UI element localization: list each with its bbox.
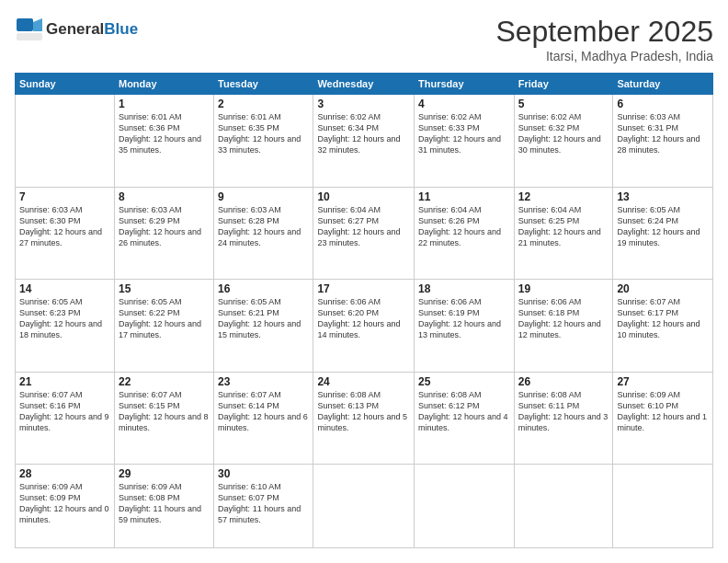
calendar-cell: 5Sunrise: 6:02 AM Sunset: 6:32 PM Daylig… (514, 95, 613, 188)
day-number: 10 (317, 190, 410, 203)
calendar-cell (514, 465, 613, 548)
day-number: 21 (19, 375, 110, 388)
day-number: 25 (418, 375, 510, 388)
day-info: Sunrise: 6:07 AM Sunset: 6:15 PM Dayligh… (119, 389, 210, 434)
day-number: 13 (617, 190, 709, 203)
calendar-cell: 17Sunrise: 6:06 AM Sunset: 6:20 PM Dayli… (313, 280, 415, 373)
title-section: September 2025 Itarsi, Madhya Pradesh, I… (495, 15, 713, 63)
logo-icon (15, 15, 44, 44)
day-info: Sunrise: 6:09 AM Sunset: 6:10 PM Dayligh… (617, 389, 709, 434)
svg-rect-2 (17, 33, 42, 40)
week-row-5: 28Sunrise: 6:09 AM Sunset: 6:09 PM Dayli… (16, 465, 713, 548)
day-number: 28 (19, 467, 110, 480)
day-info: Sunrise: 6:10 AM Sunset: 6:07 PM Dayligh… (218, 481, 309, 526)
calendar-cell: 15Sunrise: 6:05 AM Sunset: 6:22 PM Dayli… (114, 280, 213, 373)
svg-rect-0 (17, 18, 33, 31)
day-number: 23 (218, 375, 309, 388)
day-info: Sunrise: 6:06 AM Sunset: 6:18 PM Dayligh… (518, 296, 609, 341)
day-number: 2 (218, 98, 309, 110)
column-header-tuesday: Tuesday (214, 74, 313, 95)
calendar-cell: 13Sunrise: 6:05 AM Sunset: 6:24 PM Dayli… (613, 187, 713, 280)
calendar-cell: 10Sunrise: 6:04 AM Sunset: 6:27 PM Dayli… (313, 187, 415, 280)
day-info: Sunrise: 6:01 AM Sunset: 6:35 PM Dayligh… (218, 111, 309, 156)
logo-general: General (46, 20, 104, 38)
calendar-cell: 30Sunrise: 6:10 AM Sunset: 6:07 PM Dayli… (214, 465, 313, 548)
week-row-2: 7Sunrise: 6:03 AM Sunset: 6:30 PM Daylig… (16, 187, 713, 280)
location: Itarsi, Madhya Pradesh, India (495, 49, 713, 63)
calendar-cell (313, 465, 415, 548)
day-number: 15 (119, 282, 210, 295)
day-info: Sunrise: 6:05 AM Sunset: 6:23 PM Dayligh… (19, 296, 110, 341)
day-number: 1 (119, 98, 210, 110)
calendar-cell (16, 95, 115, 188)
calendar-cell: 24Sunrise: 6:08 AM Sunset: 6:13 PM Dayli… (313, 372, 415, 465)
calendar-cell: 12Sunrise: 6:04 AM Sunset: 6:25 PM Dayli… (514, 187, 613, 280)
day-number: 11 (418, 190, 510, 203)
day-info: Sunrise: 6:04 AM Sunset: 6:25 PM Dayligh… (518, 204, 609, 249)
day-number: 9 (218, 190, 309, 203)
calendar-cell: 1Sunrise: 6:01 AM Sunset: 6:36 PM Daylig… (114, 95, 213, 188)
week-row-4: 21Sunrise: 6:07 AM Sunset: 6:16 PM Dayli… (16, 372, 713, 465)
calendar-cell: 21Sunrise: 6:07 AM Sunset: 6:16 PM Dayli… (16, 372, 115, 465)
day-info: Sunrise: 6:02 AM Sunset: 6:32 PM Dayligh… (518, 111, 609, 156)
calendar-cell: 18Sunrise: 6:06 AM Sunset: 6:19 PM Dayli… (415, 280, 515, 373)
calendar-cell: 26Sunrise: 6:08 AM Sunset: 6:11 PM Dayli… (514, 372, 613, 465)
day-info: Sunrise: 6:08 AM Sunset: 6:12 PM Dayligh… (418, 389, 510, 434)
day-number: 6 (617, 98, 709, 110)
day-info: Sunrise: 6:02 AM Sunset: 6:34 PM Dayligh… (317, 111, 410, 156)
calendar-cell: 19Sunrise: 6:06 AM Sunset: 6:18 PM Dayli… (514, 280, 613, 373)
day-number: 16 (218, 282, 309, 295)
day-info: Sunrise: 6:05 AM Sunset: 6:24 PM Dayligh… (617, 204, 709, 249)
day-number: 14 (19, 282, 110, 295)
day-info: Sunrise: 6:09 AM Sunset: 6:08 PM Dayligh… (119, 481, 210, 526)
day-number: 4 (418, 98, 510, 110)
calendar-cell: 22Sunrise: 6:07 AM Sunset: 6:15 PM Dayli… (114, 372, 213, 465)
day-info: Sunrise: 6:03 AM Sunset: 6:31 PM Dayligh… (617, 111, 709, 156)
day-number: 22 (119, 375, 210, 388)
calendar-cell: 3Sunrise: 6:02 AM Sunset: 6:34 PM Daylig… (313, 95, 415, 188)
calendar-cell: 6Sunrise: 6:03 AM Sunset: 6:31 PM Daylig… (613, 95, 713, 188)
day-info: Sunrise: 6:05 AM Sunset: 6:22 PM Dayligh… (119, 296, 210, 341)
calendar-cell: 9Sunrise: 6:03 AM Sunset: 6:28 PM Daylig… (214, 187, 313, 280)
logo: GeneralBlue (15, 15, 138, 44)
calendar-cell: 27Sunrise: 6:09 AM Sunset: 6:10 PM Dayli… (613, 372, 713, 465)
day-number: 7 (19, 190, 110, 203)
calendar-cell: 2Sunrise: 6:01 AM Sunset: 6:35 PM Daylig… (214, 95, 313, 188)
day-info: Sunrise: 6:06 AM Sunset: 6:20 PM Dayligh… (317, 296, 410, 341)
column-header-sunday: Sunday (16, 74, 115, 95)
week-row-1: 1Sunrise: 6:01 AM Sunset: 6:36 PM Daylig… (16, 95, 713, 188)
day-number: 29 (119, 467, 210, 480)
day-info: Sunrise: 6:06 AM Sunset: 6:19 PM Dayligh… (418, 296, 510, 341)
day-number: 12 (518, 190, 609, 203)
week-row-3: 14Sunrise: 6:05 AM Sunset: 6:23 PM Dayli… (16, 280, 713, 373)
calendar-cell: 25Sunrise: 6:08 AM Sunset: 6:12 PM Dayli… (415, 372, 515, 465)
day-number: 24 (317, 375, 410, 388)
day-info: Sunrise: 6:07 AM Sunset: 6:17 PM Dayligh… (617, 296, 709, 341)
day-info: Sunrise: 6:07 AM Sunset: 6:16 PM Dayligh… (19, 389, 110, 434)
day-number: 19 (518, 282, 609, 295)
day-info: Sunrise: 6:02 AM Sunset: 6:33 PM Dayligh… (418, 111, 510, 156)
month-title: September 2025 (495, 15, 713, 49)
day-number: 26 (518, 375, 609, 388)
day-info: Sunrise: 6:03 AM Sunset: 6:28 PM Dayligh… (218, 204, 309, 249)
calendar-cell: 11Sunrise: 6:04 AM Sunset: 6:26 PM Dayli… (415, 187, 515, 280)
page: GeneralBlue September 2025 Itarsi, Madhy… (0, 0, 728, 563)
column-header-friday: Friday (514, 74, 613, 95)
day-info: Sunrise: 6:08 AM Sunset: 6:13 PM Dayligh… (317, 389, 410, 434)
calendar-cell (415, 465, 515, 548)
calendar-cell: 28Sunrise: 6:09 AM Sunset: 6:09 PM Dayli… (16, 465, 115, 548)
day-info: Sunrise: 6:03 AM Sunset: 6:29 PM Dayligh… (119, 204, 210, 249)
day-info: Sunrise: 6:04 AM Sunset: 6:26 PM Dayligh… (418, 204, 510, 249)
day-number: 20 (617, 282, 709, 295)
calendar-cell: 20Sunrise: 6:07 AM Sunset: 6:17 PM Dayli… (613, 280, 713, 373)
day-info: Sunrise: 6:01 AM Sunset: 6:36 PM Dayligh… (119, 111, 210, 156)
column-header-saturday: Saturday (613, 74, 713, 95)
calendar-cell: 29Sunrise: 6:09 AM Sunset: 6:08 PM Dayli… (114, 465, 213, 548)
day-number: 18 (418, 282, 510, 295)
calendar-cell: 23Sunrise: 6:07 AM Sunset: 6:14 PM Dayli… (214, 372, 313, 465)
column-header-wednesday: Wednesday (313, 74, 415, 95)
day-info: Sunrise: 6:04 AM Sunset: 6:27 PM Dayligh… (317, 204, 410, 249)
day-info: Sunrise: 6:05 AM Sunset: 6:21 PM Dayligh… (218, 296, 309, 341)
calendar-cell (613, 465, 713, 548)
day-number: 8 (119, 190, 210, 203)
